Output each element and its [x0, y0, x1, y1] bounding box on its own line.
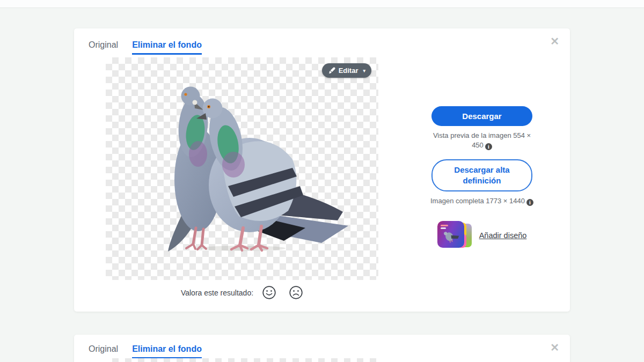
download-sidebar: Descargar Vista previa de la imagen 554 … — [431, 106, 532, 250]
transparent-preview-area — [106, 358, 378, 362]
tab-original[interactable]: Original — [89, 344, 118, 359]
transparent-preview-area: Editar ▾ — [106, 57, 378, 280]
rate-result-row: Valora este resultado: — [106, 285, 378, 300]
front-pigeon — [196, 99, 348, 251]
sad-face-icon[interactable] — [289, 285, 303, 300]
chevron-down-icon[interactable]: ▾ — [363, 68, 365, 73]
add-design-action[interactable]: Añadir diseño — [431, 221, 532, 250]
info-icon[interactable]: i — [485, 143, 492, 150]
preview-size-caption: Vista previa de la imagen 554 × 450i — [428, 131, 536, 150]
happy-face-icon[interactable] — [262, 285, 276, 300]
preview-tabs: Original Eliminar el fondo — [89, 344, 202, 359]
tab-remove-background[interactable]: Eliminar el fondo — [132, 40, 202, 55]
edit-button-label: Editar — [339, 67, 358, 75]
add-design-link[interactable]: Añadir diseño — [479, 231, 527, 240]
brush-icon — [328, 67, 335, 74]
edit-button[interactable]: Editar ▾ — [322, 63, 371, 78]
mini-pigeon-icon — [440, 226, 462, 246]
top-bar — [0, 0, 644, 8]
second-result-card: Original Eliminar el fondo ✕ — [74, 335, 570, 362]
result-card: Original Eliminar el fondo ✕ — [74, 28, 570, 312]
download-button[interactable]: Descargar — [431, 106, 532, 126]
design-templates-icon — [437, 221, 474, 250]
full-size-caption: Imagen completa 1773 × 1440i — [428, 196, 536, 206]
rate-label: Valora este resultado: — [181, 289, 253, 297]
page: Original Eliminar el fondo ✕ — [0, 0, 644, 362]
info-icon[interactable]: i — [526, 199, 533, 206]
close-icon[interactable]: ✕ — [548, 340, 561, 355]
download-hd-button[interactable]: Descargar alta definición — [431, 159, 532, 192]
design-card-main — [437, 221, 464, 248]
tab-remove-background[interactable]: Eliminar el fondo — [132, 344, 202, 359]
pigeons-result-image — [106, 57, 378, 280]
preview-tabs: Original Eliminar el fondo — [89, 40, 202, 55]
close-icon[interactable]: ✕ — [548, 34, 561, 49]
tab-original[interactable]: Original — [89, 40, 118, 55]
